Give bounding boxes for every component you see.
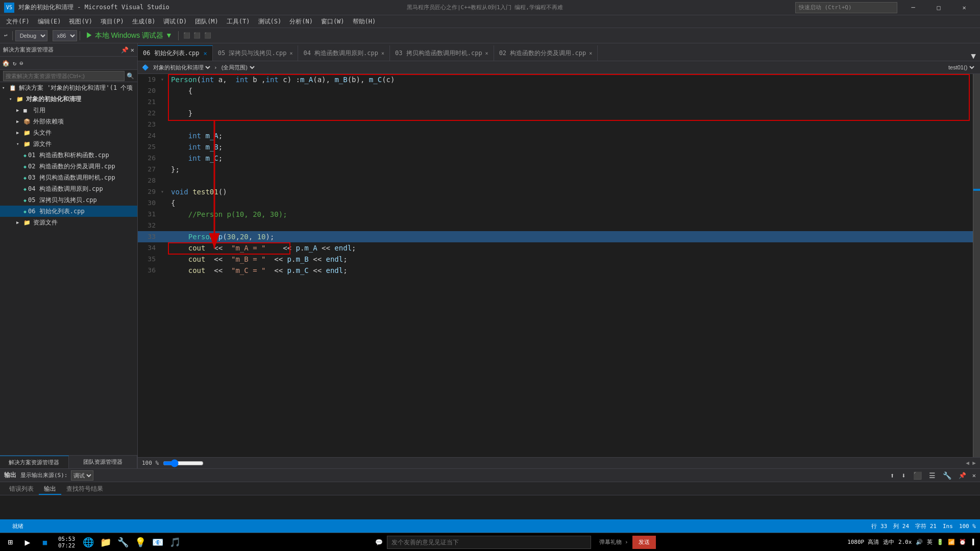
scroll-thumb[interactable] bbox=[973, 189, 980, 191]
status-ins: Ins bbox=[943, 523, 953, 530]
tray-icon2[interactable]: 📶 bbox=[948, 539, 955, 545]
platform-select[interactable]: x86 bbox=[53, 30, 77, 41]
menu-item-窗口[interactable]: 窗口(W) bbox=[317, 16, 349, 27]
output-close-btn[interactable]: ✕ bbox=[972, 472, 976, 479]
code-editor[interactable]: 19 ▾ Person(int a, int b ,int c) :m_A(a)… bbox=[138, 74, 980, 457]
output-filter-btn[interactable]: ☰ bbox=[929, 471, 936, 480]
taskbar-app4[interactable]: 📧 bbox=[150, 534, 166, 550]
tab-file06[interactable]: 06 初始化列表.cpp × bbox=[138, 45, 213, 61]
taskbar-app3[interactable]: 💡 bbox=[132, 534, 149, 550]
source-label: 显示输出来源(S): bbox=[20, 471, 68, 479]
taskbar-app2[interactable]: 🔧 bbox=[115, 534, 131, 550]
taskbar-app5[interactable]: 🎵 bbox=[167, 534, 183, 550]
tab-label: 04 构造函数调用原则.cpp bbox=[303, 49, 378, 58]
output-stop-btn[interactable]: ⬛ bbox=[913, 471, 922, 480]
tab-file05[interactable]: 05 深拷贝与浅拷贝.cpp × bbox=[213, 45, 299, 61]
undo-button[interactable]: ↩ bbox=[2, 30, 10, 41]
menu-item-文件[interactable]: 文件(F) bbox=[2, 16, 34, 27]
taskbar-vs[interactable]: ■ bbox=[37, 534, 53, 550]
tab-close[interactable]: × bbox=[289, 51, 292, 56]
sidebar-search-input[interactable] bbox=[3, 71, 125, 81]
show-desktop[interactable]: ▐ bbox=[970, 539, 974, 545]
maximize-button[interactable]: □ bbox=[927, 0, 950, 15]
collapse-button[interactable]: ⊖ bbox=[19, 60, 23, 67]
chat-input[interactable] bbox=[391, 539, 586, 546]
tab-close[interactable]: × bbox=[381, 51, 384, 56]
zoom-bar: 100 % ◀ ▶ bbox=[138, 457, 980, 468]
menu-item-视图[interactable]: 视图(V) bbox=[65, 16, 96, 27]
output-down-btn[interactable]: ⬇ bbox=[901, 471, 905, 480]
tree-item-sources[interactable]: ▾ 📁 源文件 bbox=[0, 138, 137, 149]
output-tab-findsym[interactable]: 查找符号结果 bbox=[61, 484, 108, 495]
tree-item-headers[interactable]: ▶ 📁 头文件 bbox=[0, 127, 137, 138]
quick-search[interactable]: 快速启动 (Ctrl+Q) bbox=[795, 2, 897, 13]
tree-item-project[interactable]: ▾ 📁 对象的初始化和清理 bbox=[0, 93, 137, 105]
source-select[interactable]: 调试 bbox=[71, 470, 93, 481]
taskbar-media[interactable]: ▶ bbox=[19, 534, 36, 550]
output-tab-errors[interactable]: 错误列表 bbox=[4, 484, 39, 495]
close-button[interactable]: ✕ bbox=[952, 0, 976, 15]
menu-item-分析[interactable]: 分析(N) bbox=[285, 16, 317, 27]
menu-item-生成[interactable]: 生成(B) bbox=[128, 16, 160, 27]
sidebar-close[interactable]: ✕ bbox=[131, 46, 134, 54]
debug-config-select[interactable]: Debug bbox=[15, 30, 47, 41]
tab-close[interactable]: × bbox=[485, 51, 488, 56]
tree-item-extdeps[interactable]: ▶ 📦 外部依赖项 bbox=[0, 116, 137, 127]
menu-item-团队[interactable]: 团队(M) bbox=[191, 16, 223, 27]
tab-file04[interactable]: 04 构造函数调用原则.cpp × bbox=[298, 45, 390, 61]
code-line-36: 36 cout << "m_C = " << p.m_C << endl; bbox=[138, 265, 980, 276]
tree-item-solution[interactable]: ▾ 📋 解决方案 '对象的初始化和清理'(1 个项 bbox=[0, 82, 137, 93]
menu-item-项目[interactable]: 项目(P) bbox=[96, 16, 128, 27]
tree-item-file02[interactable]: ◆ 02 构造函数的分类及调用.cpp bbox=[0, 161, 137, 172]
menu-item-工具[interactable]: 工具(T) bbox=[223, 16, 254, 27]
output-clear-btn[interactable]: 🔧 bbox=[943, 471, 951, 480]
breadcrumb-select-mid[interactable]: (全局范围) bbox=[219, 62, 256, 72]
send-button[interactable]: 发送 bbox=[632, 536, 656, 549]
taskbar: ⊞ ▶ ■ 05:53 07:22 🌐 📁 🔧 💡 📧 🎵 💬 弹幕礼物 › 发… bbox=[0, 533, 980, 551]
home-button[interactable]: 🏠 bbox=[2, 60, 10, 67]
toolbar-extra[interactable]: ⬛ ⬛ ⬛ bbox=[181, 30, 213, 41]
refresh-button[interactable]: ↻ bbox=[13, 60, 16, 67]
tree-item-file01[interactable]: ◆ 01 构造函数和析构函数.cpp bbox=[0, 149, 137, 161]
taskbar-browser[interactable]: 🌐 bbox=[80, 534, 96, 550]
tab-overflow[interactable]: ▼ bbox=[967, 51, 980, 61]
sidebar-tab-solution[interactable]: 解决方案资源管理器 bbox=[0, 456, 69, 468]
breadcrumb-select-left[interactable]: 对象的初始化和清理 bbox=[151, 62, 212, 72]
output-tab-output[interactable]: 输出 bbox=[39, 484, 61, 495]
sidebar-tab-team[interactable]: 团队资源管理器 bbox=[69, 456, 138, 468]
code-text: cout << "m_A = " << p.m_A << endl; bbox=[168, 242, 356, 254]
line-expand[interactable]: ▾ bbox=[161, 74, 168, 85]
code-text: //Person p(10, 20, 30); bbox=[168, 209, 287, 220]
minimize-button[interactable]: ─ bbox=[901, 0, 925, 15]
tree-item-resources[interactable]: ▶ 📁 资源文件 bbox=[0, 217, 137, 228]
zoom-slider[interactable] bbox=[163, 459, 204, 467]
breadcrumb-select-right[interactable]: test01() bbox=[946, 62, 976, 72]
tree-item-file06[interactable]: ◆ 06 初始化列表.cpp bbox=[0, 206, 137, 217]
tree-label: 引用 bbox=[33, 106, 45, 115]
tree-arrow: ▾ bbox=[9, 96, 16, 102]
menu-item-测试[interactable]: 测试(S) bbox=[254, 16, 286, 27]
tree-item-references[interactable]: ▶ ■ 引用 bbox=[0, 105, 137, 116]
taskbar-app1[interactable]: 📁 bbox=[97, 534, 114, 550]
tree-item-file03[interactable]: ◆ 03 拷贝构造函数调用时机.cpp bbox=[0, 172, 137, 183]
tray-icon3[interactable]: ⏰ bbox=[959, 539, 966, 545]
tree-item-file05[interactable]: ◆ 05 深拷贝与浅拷贝.cpp bbox=[0, 194, 137, 206]
start-button[interactable]: ⊞ bbox=[2, 534, 18, 550]
tab-close[interactable]: × bbox=[589, 51, 592, 56]
tree-label: 头文件 bbox=[33, 129, 52, 137]
tab-label: 02 构造函数的分类及调用.cpp bbox=[499, 49, 586, 58]
tray-icon1[interactable]: 🔋 bbox=[937, 539, 944, 545]
line-expand[interactable]: ▾ bbox=[161, 186, 168, 197]
output-up-btn[interactable]: ⬆ bbox=[890, 471, 894, 480]
run-button[interactable]: ▶ 本地 Windows 调试器 ▼ bbox=[83, 31, 176, 40]
menu-item-帮助[interactable]: 帮助(H) bbox=[349, 16, 380, 27]
code-line-29: 29 ▾ void test01() bbox=[138, 186, 980, 197]
tab-file03[interactable]: 03 拷贝构造函数调用时机.cpp × bbox=[390, 45, 494, 61]
volume-icon[interactable]: 🔊 bbox=[916, 539, 923, 545]
sidebar-pin[interactable]: 📌 bbox=[121, 46, 129, 54]
output-pin-btn[interactable]: 📌 bbox=[959, 472, 966, 479]
menu-item-编辑[interactable]: 编辑(E) bbox=[34, 16, 65, 27]
tab-file02[interactable]: 02 构造函数的分类及调用.cpp × bbox=[494, 45, 598, 61]
tree-item-file04[interactable]: ◆ 04 构造函数调用原则.cpp bbox=[0, 183, 137, 194]
menu-item-调试[interactable]: 调试(D) bbox=[159, 16, 191, 27]
